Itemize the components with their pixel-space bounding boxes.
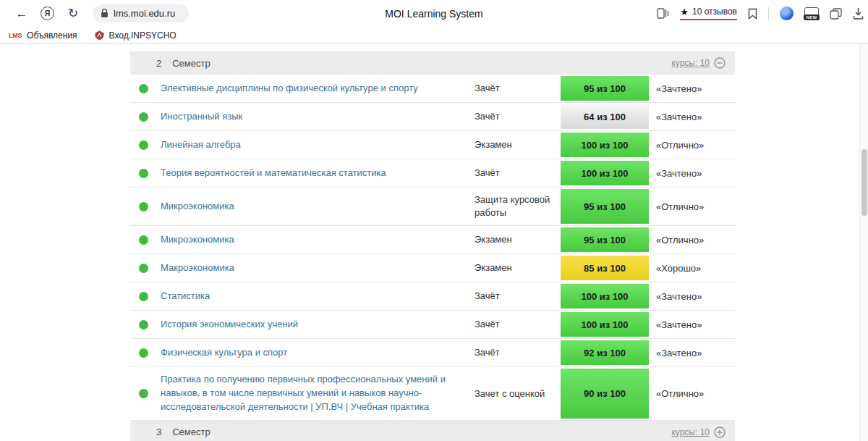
bookmark-icon[interactable] (748, 8, 757, 20)
page-content: 2 Семестр курсы: 10 Элективные дисциплин… (0, 45, 859, 441)
collections-icon[interactable] (657, 8, 669, 19)
course-link[interactable]: Линейная алгебра (156, 133, 475, 158)
score-badge: 100 из 100 (561, 311, 649, 338)
course-row: Физическая культура и спорт Зачёт 92 из … (130, 339, 735, 367)
gradebook-table: 2 Семестр курсы: 10 Элективные дисциплин… (130, 51, 735, 441)
score-badge: 100 из 100 (561, 131, 649, 159)
toolbar-right-icons: ★ 10 отзывов NEW (657, 0, 864, 27)
score-badge: 100 из 100 (561, 159, 649, 187)
assessment-type: Зачёт (475, 340, 561, 365)
status-dot-cell (130, 292, 156, 301)
status-dot-cell (130, 202, 156, 211)
grade-text: «Отлично» (649, 388, 735, 399)
gradebook-rows: Элективные дисциплины по физической куль… (130, 75, 735, 421)
course-row: Практика по получению первичных професси… (130, 367, 735, 421)
active-status-icon (139, 112, 148, 122)
grade-text: «Отлично» (649, 201, 735, 212)
semester-number: 3 (156, 427, 161, 437)
refresh-icon[interactable]: ↻ (66, 7, 80, 21)
active-status-icon (139, 389, 148, 398)
star-icon: ★ (680, 7, 689, 17)
grade-text: «Зачтено» (649, 319, 735, 330)
active-status-icon (139, 84, 148, 93)
semester-number: 2 (156, 58, 161, 69)
assessment-type: Зачёт (475, 312, 561, 337)
grade-text: «Зачтено» (649, 291, 735, 302)
assessment-type: Зачёт (475, 161, 561, 185)
assessment-type: Зачет с оценкой (475, 382, 561, 406)
bookmarks-bar: LMS Объявления Вход.INPSYCHO (0, 27, 868, 43)
browser-window: ← Я ↻ lms.moi.edu.ru MOI Learning System… (0, 0, 868, 441)
collapse-icon[interactable] (714, 57, 726, 69)
bookmark-item-inpsycho[interactable]: Вход.INPSYCHO (95, 30, 176, 41)
course-link[interactable]: Теория вероятностей и математическая ста… (156, 161, 475, 186)
course-row: Иностранный язык Зачёт 64 из 100 «Зачтен… (130, 103, 735, 131)
assessment-type: Зачёт (475, 284, 561, 308)
expand-icon[interactable] (714, 427, 726, 438)
grade-text: «Зачтено» (649, 168, 735, 179)
profile-avatar-icon[interactable] (780, 7, 793, 20)
semester-header: 2 Семестр курсы: 10 (130, 51, 735, 75)
semester-label: Семестр (172, 58, 210, 69)
active-status-icon (139, 320, 148, 329)
scrollbar-thumb[interactable] (861, 149, 867, 216)
lms-favicon: LMS (9, 32, 22, 39)
yandex-icon[interactable]: Я (41, 7, 54, 20)
url-text: lms.moi.edu.ru (114, 8, 175, 19)
scrollbar[interactable] (859, 45, 868, 441)
course-link[interactable]: История экономических учений (156, 312, 475, 337)
course-row: Теория вероятностей и математическая ста… (130, 159, 735, 188)
back-icon[interactable]: ← (14, 7, 29, 21)
bookmark-label: Объявления (27, 30, 77, 41)
toolbar-divider (768, 7, 769, 20)
assessment-type: Экзамен (475, 256, 561, 280)
dialog-icon[interactable] (830, 8, 842, 20)
courses-count-link[interactable]: курсы: 10 (671, 58, 710, 68)
course-link[interactable]: Макроэкономика (156, 256, 475, 281)
address-bar[interactable]: lms.moi.edu.ru (93, 4, 189, 22)
courses-count-link[interactable]: курсы: 10 (671, 427, 710, 437)
new-extension-icon[interactable]: NEW (804, 7, 819, 20)
reviews-count: 10 отзывов (692, 7, 737, 17)
score-badge: 95 из 100 (561, 75, 649, 102)
score-badge: 85 из 100 (561, 254, 649, 282)
assessment-type: Защита курсовой работы (475, 188, 561, 225)
status-dot-cell (130, 140, 156, 150)
browser-toolbar: ← Я ↻ lms.moi.edu.ru MOI Learning System… (0, 0, 868, 27)
score-badge: 100 из 100 (561, 282, 649, 310)
course-link[interactable]: Микроэкономика (156, 227, 475, 253)
assessment-type: Экзамен (475, 133, 561, 157)
status-dot-cell (130, 112, 156, 122)
course-row: Макроэкономика Экзамен 85 из 100 «Хорошо… (130, 254, 735, 282)
grade-text: «Отлично» (649, 235, 735, 245)
grade-text: «Зачтено» (649, 112, 735, 122)
reviews-rating[interactable]: ★ 10 отзывов (680, 7, 737, 20)
active-status-icon (139, 235, 148, 245)
status-dot-cell (130, 84, 156, 93)
course-link[interactable]: Физическая культура и спорт (156, 340, 475, 366)
course-link[interactable]: Элективные дисциплины по физической куль… (156, 76, 475, 101)
active-status-icon (139, 292, 148, 301)
grade-text: «Зачтено» (649, 348, 735, 358)
course-row: Линейная алгебра Экзамен 100 из 100 «Отл… (130, 131, 735, 159)
new-badge: NEW (804, 14, 820, 20)
browser-chrome: ← Я ↻ lms.moi.edu.ru MOI Learning System… (0, 0, 868, 44)
page-title: MOI Learning System (385, 8, 482, 20)
bookmark-item-announcements[interactable]: LMS Объявления (9, 30, 77, 41)
course-link[interactable]: Статистика (156, 284, 475, 309)
download-icon[interactable] (853, 7, 864, 20)
status-dot-cell (130, 169, 156, 178)
course-link[interactable]: Практика по получению первичных професси… (156, 367, 475, 420)
score-badge: 95 из 100 (561, 226, 649, 253)
assessment-type: Экзамен (475, 227, 561, 252)
course-row: История экономических учений Зачёт 100 и… (130, 311, 735, 339)
active-status-icon (139, 264, 148, 273)
course-row: Микроэкономика Экзамен 95 из 100 «Отличн… (130, 226, 735, 254)
semester-label: Семестр (172, 427, 210, 437)
active-status-icon (139, 202, 148, 211)
course-row: Элективные дисциплины по физической куль… (130, 75, 735, 103)
course-link[interactable]: Микроэкономика (156, 194, 475, 219)
course-link[interactable]: Иностранный язык (156, 104, 475, 130)
grade-text: «Зачтено» (649, 83, 735, 94)
grade-text: «Отлично» (649, 140, 735, 151)
